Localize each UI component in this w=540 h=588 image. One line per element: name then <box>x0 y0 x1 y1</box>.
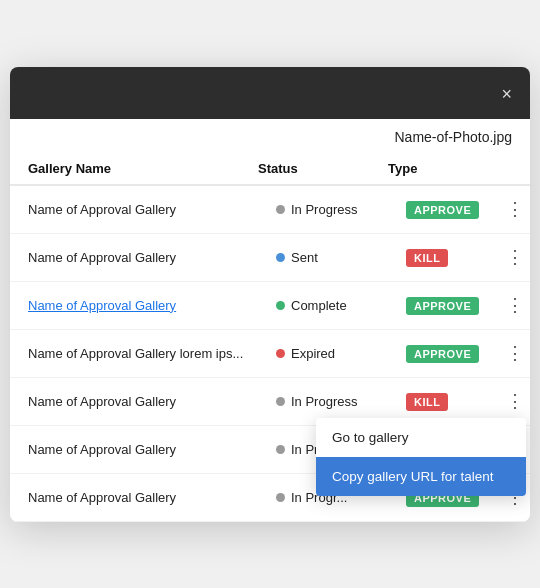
status-dot-icon <box>276 253 285 262</box>
col-actions <box>480 161 512 176</box>
type-cell: APPROVE <box>388 190 498 229</box>
dropdown-item[interactable]: Go to gallery <box>316 418 526 457</box>
menu-cell: ⋮ <box>498 198 530 220</box>
status-dot-icon <box>276 493 285 502</box>
table-row: Name of Approval Gallery lorem ips...Exp… <box>10 330 530 378</box>
status-text: In Progress <box>291 202 357 217</box>
status-text: Sent <box>291 250 318 265</box>
row-menu-button[interactable]: ⋮ <box>498 294 530 316</box>
dropdown-popup: Go to galleryCopy gallery URL for talent <box>316 418 526 496</box>
type-badge: APPROVE <box>406 297 479 315</box>
gallery-name-cell: Name of Approval Gallery <box>10 240 258 275</box>
table-row: Name of Approval GalleryIn ProgressAPPRO… <box>10 186 530 234</box>
status-dot-icon <box>276 349 285 358</box>
table-row: Name of Approval GalleryIn ProgressKILL⋮… <box>10 378 530 426</box>
table-body: Name of Approval GalleryIn ProgressAPPRO… <box>10 186 530 522</box>
status-text: Complete <box>291 298 347 313</box>
gallery-name-cell: Name of Approval Gallery <box>10 480 258 515</box>
menu-cell: ⋮ <box>498 342 530 364</box>
gallery-name-cell: Name of Approval Gallery <box>10 192 258 227</box>
modal-header: × <box>10 67 530 119</box>
type-badge: APPROVE <box>406 201 479 219</box>
type-cell: KILL <box>388 238 498 277</box>
table-row: Name of Approval GalleryCompleteAPPROVE⋮ <box>10 282 530 330</box>
row-menu-button[interactable]: ⋮ <box>498 246 530 268</box>
status-dot-icon <box>276 301 285 310</box>
gallery-name-cell: Name of Approval Gallery lorem ips... <box>10 336 258 371</box>
type-cell: APPROVE <box>388 286 498 325</box>
status-dot-icon <box>276 205 285 214</box>
filename: Name-of-Photo.jpg <box>10 119 530 153</box>
modal: × Name-of-Photo.jpg Gallery Name Status … <box>10 67 530 522</box>
col-gallery-name: Gallery Name <box>10 161 240 176</box>
gallery-name-cell[interactable]: Name of Approval Gallery <box>10 288 258 323</box>
type-cell: APPROVE <box>388 334 498 373</box>
gallery-name-cell: Name of Approval Gallery <box>10 432 258 467</box>
menu-cell: ⋮ <box>498 294 530 316</box>
status-cell: Expired <box>258 336 388 371</box>
col-status: Status <box>240 161 370 176</box>
col-type: Type <box>370 161 480 176</box>
type-cell: KILL <box>388 382 498 421</box>
status-cell: In Progress <box>258 384 388 419</box>
status-dot-icon <box>276 397 285 406</box>
status-cell: Sent <box>258 240 388 275</box>
status-cell: Complete <box>258 288 388 323</box>
type-badge: KILL <box>406 249 448 267</box>
table-row: Name of Approval GallerySentKILL⋮ <box>10 234 530 282</box>
table-header: Gallery Name Status Type <box>10 153 530 186</box>
type-badge: KILL <box>406 393 448 411</box>
gallery-name-cell: Name of Approval Gallery <box>10 384 258 419</box>
status-text: Expired <box>291 346 335 361</box>
status-dot-icon <box>276 445 285 454</box>
row-menu-button[interactable]: ⋮ <box>498 342 530 364</box>
row-menu-button[interactable]: ⋮ <box>498 390 530 412</box>
type-badge: APPROVE <box>406 345 479 363</box>
status-cell: In Progress <box>258 192 388 227</box>
close-button[interactable]: × <box>501 85 512 103</box>
dropdown-item[interactable]: Copy gallery URL for talent <box>316 457 526 496</box>
row-menu-button[interactable]: ⋮ <box>498 198 530 220</box>
menu-cell: ⋮Go to galleryCopy gallery URL for talen… <box>498 390 530 412</box>
menu-cell: ⋮ <box>498 246 530 268</box>
status-text: In Progress <box>291 394 357 409</box>
